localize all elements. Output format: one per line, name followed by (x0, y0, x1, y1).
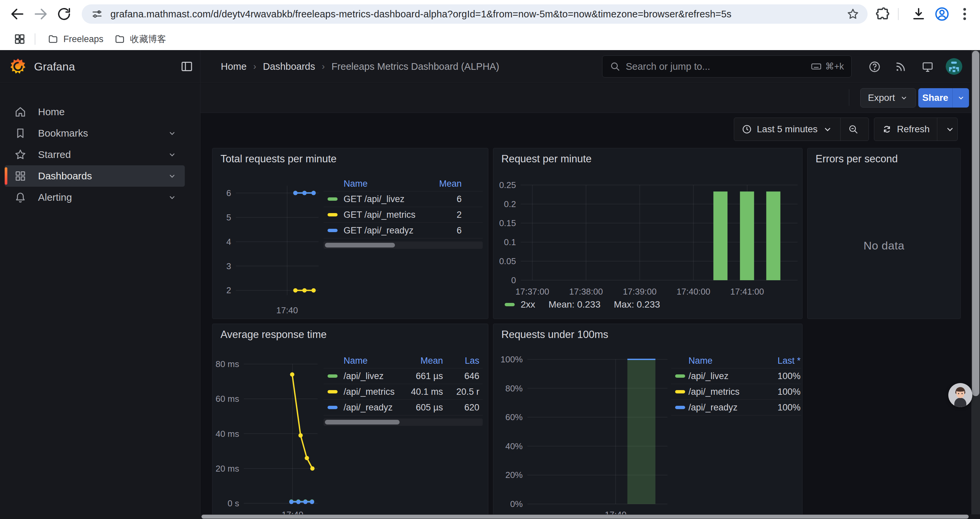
user-avatar[interactable] (946, 58, 963, 75)
grafana-app: Grafana Home › Dashboards › Freeleaps Me… (0, 50, 980, 519)
y-axis-tick: 4 (213, 236, 231, 247)
legend-column-header[interactable]: Name (344, 356, 368, 366)
panel-left-toggle-icon[interactable] (180, 60, 194, 73)
legend-stat: Mean: 0.233 (549, 299, 601, 310)
series-swatch[interactable] (328, 390, 337, 393)
bookmark-folder-blogs[interactable]: 收藏博客 (109, 30, 172, 48)
apps-grid-icon[interactable] (13, 33, 26, 45)
time-range-picker[interactable]: Last 5 minutes (734, 118, 840, 141)
share-menu-button[interactable] (952, 88, 969, 107)
legend-value: 100% (778, 371, 800, 381)
sidebar-item-dashboards[interactable]: Dashboards (5, 165, 185, 187)
series-swatch[interactable] (675, 406, 685, 409)
legend-series-name[interactable]: /api/_livez (689, 371, 729, 381)
refresh-interval-button[interactable] (937, 118, 963, 141)
panel-title[interactable]: Errors per second (816, 153, 897, 165)
site-settings-icon[interactable] (91, 8, 103, 20)
legend-column-header[interactable]: Name (689, 356, 713, 366)
profile-icon[interactable] (934, 6, 950, 22)
y-axis-tick: 100% (493, 355, 523, 365)
bookmark-label: 收藏博客 (130, 33, 166, 45)
folder-icon (114, 34, 126, 45)
horizontal-scrollbar-thumb[interactable] (202, 515, 969, 519)
brand-name: Grafana (34, 60, 75, 73)
legend-series-name[interactable]: 2xx (521, 299, 535, 310)
y-axis-tick: 0 (493, 275, 516, 286)
reload-icon[interactable] (56, 6, 72, 22)
url-text[interactable]: grafana.mathmast.com/d/deytv4rwavabkb/fr… (110, 9, 842, 20)
extensions-icon[interactable] (875, 6, 891, 22)
breadcrumb-separator: › (253, 61, 256, 72)
chevron-down-icon[interactable] (167, 193, 177, 202)
x-axis-tick: 17:38:00 (569, 287, 603, 297)
search-icon (610, 61, 620, 72)
clock-icon (741, 124, 752, 134)
news-icon[interactable] (894, 61, 907, 73)
refresh-button[interactable]: Refresh (874, 118, 937, 141)
bookmarks-separator (35, 34, 35, 45)
sidebar-item-starred[interactable]: Starred (5, 144, 185, 165)
legend-scrollbar-thumb[interactable] (325, 243, 395, 248)
series-swatch[interactable] (675, 390, 685, 393)
help-icon[interactable] (868, 61, 881, 73)
back-icon[interactable] (10, 6, 25, 22)
legend-value: 605 µs (415, 402, 443, 412)
monitor-icon[interactable] (921, 61, 934, 73)
y-axis-tick: 0.2 (493, 199, 516, 209)
export-button[interactable]: Export (860, 88, 916, 107)
legend-series-name[interactable]: GET /api/_livez (344, 194, 405, 204)
search-input[interactable]: Search or jump to... ⌘+k (602, 56, 851, 77)
menu-kebab-icon[interactable] (957, 6, 973, 22)
legend-column-header[interactable]: Las (465, 356, 479, 366)
panel-avg: Average response time80 ms60 ms40 ms20 m… (212, 324, 488, 519)
legend-value: 620 (464, 402, 479, 412)
legend-series-name[interactable]: /api/_readyz (689, 402, 738, 412)
forward-icon[interactable] (33, 6, 49, 22)
vertical-scrollbar-thumb[interactable] (972, 51, 979, 396)
time-range-label: Last 5 minutes (757, 124, 818, 134)
legend-series-name[interactable]: /api/_metrics (689, 386, 740, 397)
assistant-avatar[interactable] (948, 383, 972, 407)
legend-column-header[interactable]: Last * (778, 356, 800, 366)
legend-series-name[interactable]: GET /api/_metrics (344, 209, 415, 220)
actions-separator (849, 89, 849, 106)
legend-scrollbar[interactable] (323, 241, 483, 249)
bookmark-star-icon[interactable] (846, 7, 859, 21)
share-button[interactable]: Share (918, 88, 952, 107)
y-axis-tick: 60% (493, 412, 523, 423)
breadcrumb-home[interactable]: Home (221, 61, 247, 72)
download-icon[interactable] (911, 6, 927, 22)
legend-column-header[interactable]: Mean (420, 356, 443, 366)
legend-scrollbar-thumb[interactable] (325, 420, 399, 425)
legend-scrollbar[interactable] (323, 418, 483, 426)
legend-series-name[interactable]: /api/_livez (344, 371, 383, 381)
y-axis-tick: 60 ms (213, 394, 239, 404)
y-axis-tick: 20 ms (213, 463, 239, 474)
grid-icon (14, 170, 27, 182)
series-swatch[interactable] (328, 197, 337, 201)
series-swatch[interactable] (505, 303, 515, 306)
series-swatch[interactable] (675, 374, 685, 378)
series-swatch[interactable] (328, 374, 337, 378)
y-axis-tick: 20% (493, 470, 523, 480)
legend-series-name[interactable]: /api/_readyz (344, 402, 393, 412)
legend-column-header[interactable]: Mean (439, 179, 461, 189)
series-swatch[interactable] (328, 213, 337, 216)
legend-column-header[interactable]: Name (344, 179, 368, 189)
sidebar: HomeBookmarksStarredDashboardsAlerting (0, 83, 200, 519)
chevron-down-icon[interactable] (167, 171, 177, 181)
chevron-down-icon[interactable] (167, 150, 177, 159)
sidebar-item-alerting[interactable]: Alerting (5, 187, 185, 208)
url-bar[interactable]: grafana.mathmast.com/d/deytv4rwavabkb/fr… (82, 4, 868, 24)
legend-series-name[interactable]: GET /api/_readyz (344, 225, 414, 235)
series-swatch[interactable] (328, 229, 337, 232)
grafana-header: Grafana Home › Dashboards › Freeleaps Me… (0, 50, 980, 83)
bookmark-folder-freeleaps[interactable]: Freeleaps (42, 31, 109, 48)
toolbar-separator (898, 8, 899, 20)
breadcrumb-dashboards[interactable]: Dashboards (263, 61, 315, 72)
bell-icon (14, 191, 27, 204)
legend-series-name[interactable]: /api/_metrics (344, 386, 395, 397)
series-swatch[interactable] (328, 406, 337, 409)
share-button-group: Share (918, 88, 969, 107)
zoom-out-button[interactable] (840, 118, 866, 141)
